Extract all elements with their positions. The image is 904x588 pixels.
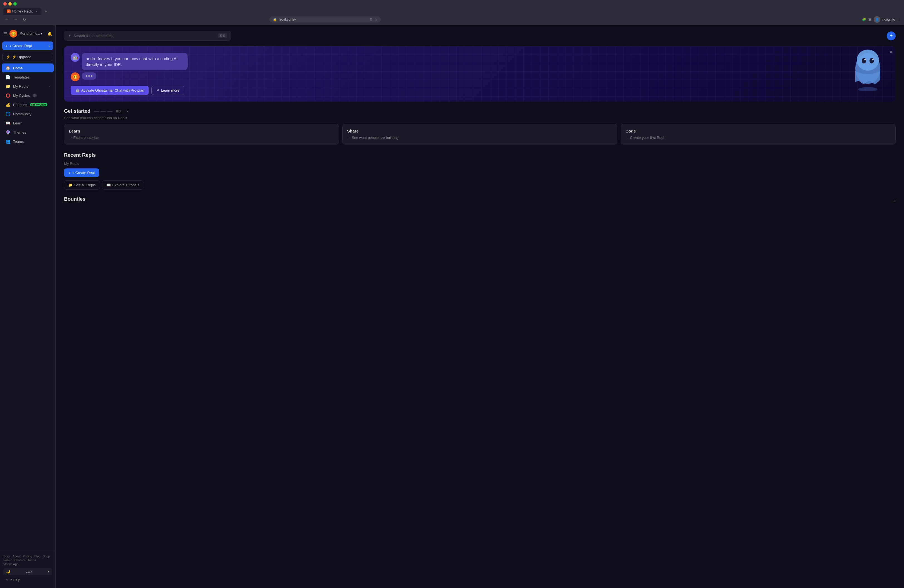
folder-icon: 📁	[6, 84, 10, 89]
puzzle-icon[interactable]: 🧩	[862, 17, 866, 21]
bounties-title: Bounties	[64, 196, 85, 202]
sidebar-item-bounties[interactable]: 💰 Bounties $56K+ Open	[2, 100, 54, 109]
ai-chat-message: andrerfneves1, you can now chat with a c…	[86, 56, 178, 67]
sidebar-item-my-cycles[interactable]: ⭕ My Cycles 0	[2, 91, 54, 100]
sidebar-header: ☰ 😊 @andrerfne... ▾ 🔔	[0, 28, 55, 40]
extensions-icon[interactable]: ⚙	[370, 17, 373, 21]
footer-link-pricing[interactable]: Pricing	[23, 555, 32, 558]
theme-moon-icon: 🌙	[6, 570, 10, 574]
address-bar[interactable]: 🔒 replit.com/~ ⚙ ☆	[269, 16, 381, 22]
new-tab-button[interactable]: +	[43, 8, 49, 15]
get-started-title: Get started	[64, 108, 90, 114]
ai-chat-avatar: 🤖	[71, 53, 80, 62]
chat-row-user: 😊	[71, 73, 889, 81]
active-tab[interactable]: R Home - Replit ×	[3, 8, 41, 15]
progress-dot-2	[101, 111, 106, 112]
progress-dot-1	[94, 111, 100, 112]
sidebar-item-bounties-label: Bounties	[13, 103, 27, 107]
sidebar-item-learn[interactable]: 📖 Learn	[2, 119, 54, 128]
global-add-button[interactable]: +	[887, 32, 896, 40]
minimize-window-button[interactable]	[8, 2, 12, 6]
upgrade-button[interactable]: ⚡ ⚡ Upgrade	[2, 53, 53, 61]
sidebar-item-teams[interactable]: 👥 Teams	[2, 137, 54, 146]
footer-link-about[interactable]: About	[13, 555, 21, 558]
sidebar-item-themes[interactable]: 🔮 Themes	[2, 128, 54, 137]
svg-point-6	[858, 87, 877, 91]
sidebar-item-community[interactable]: 🌐 Community	[2, 109, 54, 119]
ghostwriter-banner: 🤖 andrerfneves1, you can now chat with a…	[64, 46, 896, 102]
star-icon[interactable]: ☆	[375, 17, 378, 21]
get-started-subtitle: See what you can accomplish on Replit	[64, 116, 896, 120]
close-window-button[interactable]	[3, 2, 7, 6]
create-repl-main-button[interactable]: + + Create Repl	[64, 168, 99, 177]
repls-secondary-actions: 📁 See all Repls 📖 Explore Tutorials	[64, 180, 896, 190]
create-repl-main-label: + Create Repl	[73, 171, 95, 175]
close-banner-button[interactable]: ×	[890, 49, 892, 55]
ghostwriter-activate-icon: 🤖	[75, 88, 80, 92]
hamburger-menu-button[interactable]: ☰	[3, 31, 7, 36]
forward-button[interactable]: →	[12, 16, 19, 23]
close-get-started-button[interactable]: ×	[126, 109, 129, 114]
dot-1	[86, 75, 87, 77]
sidebar-item-my-repls[interactable]: 📁 My Repls ›	[2, 82, 54, 91]
footer-link-blog[interactable]: Blog	[34, 555, 40, 558]
search-bar[interactable]: ✦ Search & run commands ⌘ K	[64, 31, 231, 41]
explore-tutorials-button[interactable]: 📖 Explore Tutorials	[102, 180, 144, 190]
see-all-repls-button[interactable]: 📁 See all Repls	[64, 180, 100, 190]
card-share-link: → See what people are building	[347, 136, 613, 140]
templates-icon: 📄	[6, 75, 10, 79]
learn-more-button[interactable]: ↗ Learn more	[152, 86, 184, 95]
top-bar: ✦ Search & run commands ⌘ K +	[64, 31, 896, 41]
cycles-count-badge: 0	[33, 93, 37, 98]
chat-row-ai: 🤖 andrerfneves1, you can now chat with a…	[71, 53, 889, 70]
footer-link-forum[interactable]: Forum	[3, 558, 12, 562]
maximize-window-button[interactable]	[13, 2, 17, 6]
card-code-link: → Create your first Repl	[626, 136, 891, 140]
svg-point-3	[869, 58, 874, 63]
footer-link-shop[interactable]: Shop	[43, 555, 50, 558]
card-learn[interactable]: Learn → Explore tutorials	[64, 124, 339, 144]
footer-link-docs[interactable]: Docs	[3, 555, 10, 558]
folder-repls-icon: 📁	[68, 183, 73, 187]
username-label[interactable]: @andrerfne... ▾	[19, 32, 45, 36]
theme-selector[interactable]: 🌙 dark ▾	[3, 568, 52, 575]
reload-button[interactable]: ↻	[21, 16, 28, 23]
tab-close-button[interactable]: ×	[34, 9, 38, 13]
footer-link-careers[interactable]: Careers	[14, 558, 25, 562]
get-started-cards: Learn → Explore tutorials Share → See wh…	[64, 124, 896, 144]
dot-2	[88, 75, 90, 77]
address-bar-row: ← → ↻ 🔒 replit.com/~ ⚙ ☆ 🧩 ▣ 👤 Incognito…	[0, 15, 904, 25]
notification-bell-icon[interactable]: 🔔	[47, 32, 52, 36]
dot-3	[91, 75, 92, 77]
ghost-svg	[851, 49, 885, 91]
back-button[interactable]: ←	[3, 16, 10, 23]
card-learn-title: Learn	[69, 129, 334, 133]
card-share[interactable]: Share → See what people are building	[342, 124, 617, 144]
browser-menu-icon[interactable]: ⋮	[897, 17, 901, 21]
close-bounties-button[interactable]: ×	[893, 199, 896, 203]
main-content: ✦ Search & run commands ⌘ K + 🤖 andrerfn…	[56, 25, 904, 588]
sidebar-item-home[interactable]: 🏠 Home	[2, 63, 54, 73]
footer-link-mobile-app[interactable]: Mobile App	[3, 563, 18, 566]
help-button[interactable]: ? ? Help	[3, 576, 52, 584]
ghostwriter-actions: 🤖 Activate Ghostwriter Chat with Pro pla…	[71, 86, 889, 95]
theme-label: dark	[25, 570, 32, 574]
sidebar-toggle-icon[interactable]: ▣	[868, 17, 871, 21]
card-code-title: Code	[626, 129, 891, 133]
ghost-illustration	[851, 49, 885, 92]
sidebar-item-themes-label: Themes	[13, 130, 26, 134]
search-shortcut-badge: ⌘ K	[218, 33, 227, 38]
user-avatar: 😊	[9, 30, 17, 38]
activate-ghostwriter-button[interactable]: 🤖 Activate Ghostwriter Chat with Pro pla…	[71, 86, 149, 95]
sidebar-item-templates[interactable]: 📄 Templates	[2, 73, 54, 82]
themes-icon: 🔮	[6, 130, 10, 134]
footer-link-terms[interactable]: Terms	[28, 558, 36, 562]
footer-links: Docs About Pricing Blog Shop Forum Caree…	[3, 555, 52, 566]
teams-icon: 👥	[6, 139, 10, 144]
create-repl-label: + Create Repl	[9, 44, 32, 48]
ai-chat-bubble: andrerfneves1, you can now chat with a c…	[82, 53, 188, 70]
community-icon: 🌐	[6, 112, 10, 116]
card-code[interactable]: Code → Create your first Repl	[621, 124, 896, 144]
create-repl-button[interactable]: + + Create Repl ›	[2, 41, 53, 50]
sidebar-item-my-cycles-label: My Cycles	[13, 93, 30, 98]
